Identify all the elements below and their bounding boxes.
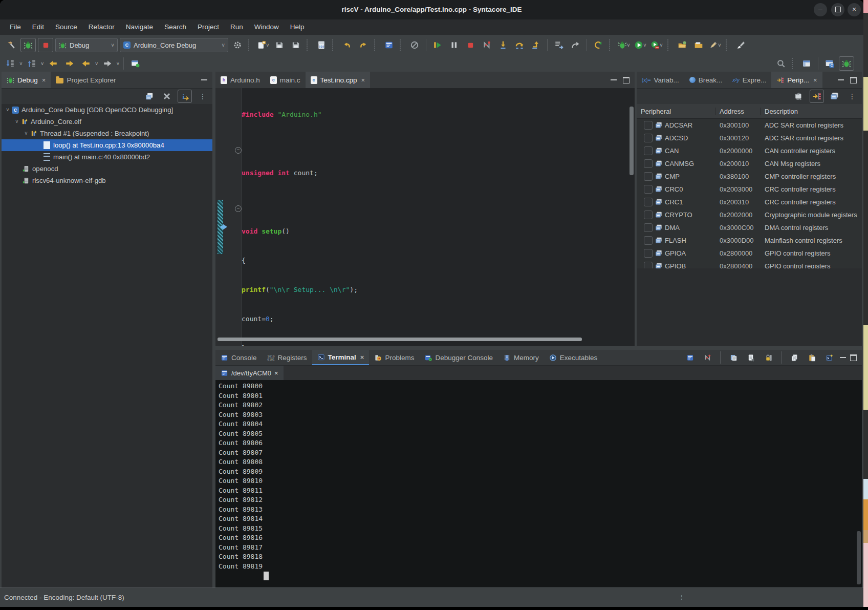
fold-collapse-icon[interactable]: –: [235, 147, 242, 154]
menu-help[interactable]: Help: [285, 19, 310, 35]
menu-run[interactable]: Run: [225, 19, 249, 35]
peripheral-checkbox[interactable]: [644, 172, 653, 181]
open-console-icon[interactable]: [683, 351, 697, 364]
menu-edit[interactable]: Edit: [27, 19, 50, 35]
table-row[interactable]: GPIOA 0x2800000 GPIO control registers: [637, 247, 862, 260]
menu-navigate[interactable]: Navigate: [120, 19, 159, 35]
mark-occurrences-pen-icon[interactable]: ˅: [708, 38, 722, 52]
minimize-button[interactable]: –: [814, 3, 827, 16]
new-wizard-icon[interactable]: ˅: [256, 38, 270, 52]
open-console-icon[interactable]: [382, 38, 396, 52]
build-hammer-icon[interactable]: [4, 38, 18, 52]
back-annotation-icon[interactable]: [46, 57, 60, 70]
collapse-all-icon[interactable]: [828, 90, 841, 102]
clear-terminal-icon[interactable]: [744, 351, 757, 364]
instruction-stepping-icon[interactable]: [552, 38, 566, 52]
step-over-icon[interactable]: [512, 38, 527, 52]
debug-dropdown-icon[interactable]: ˅: [617, 38, 631, 52]
search-icon[interactable]: [774, 57, 788, 70]
peripheral-checkbox[interactable]: [644, 223, 653, 232]
menu-project[interactable]: Project: [192, 19, 225, 35]
table-row[interactable]: GPIOB 0x2800400 GPIO control registers: [637, 260, 862, 268]
step-return-icon[interactable]: [529, 38, 543, 52]
peripheral-checkbox[interactable]: [644, 159, 653, 168]
table-row[interactable]: CRYPTO 0x2002000 Cryptographic module re…: [637, 208, 862, 221]
minimize-view-icon[interactable]: [611, 79, 617, 80]
chevron-expanded-icon[interactable]: ˅: [23, 131, 29, 136]
redo-icon[interactable]: [356, 38, 371, 52]
titlebar[interactable]: riscV - Arduino_Core/app/Test.ino.cpp - …: [0, 0, 863, 19]
statusbar-drag-handle[interactable]: ⁞: [681, 594, 682, 601]
suspend-icon[interactable]: [447, 38, 461, 52]
tree-row-thread[interactable]: ˅ Thread #1 (Suspended : Breakpoint): [2, 128, 212, 139]
menu-file[interactable]: File: [4, 19, 27, 35]
close-button[interactable]: ×: [848, 3, 861, 16]
save-icon[interactable]: [272, 38, 287, 52]
undo-icon[interactable]: [340, 38, 354, 52]
view-windows-icon[interactable]: [143, 90, 156, 102]
link-with-editor-icon[interactable]: [810, 90, 824, 103]
resume-icon[interactable]: [430, 38, 445, 52]
run-dropdown-icon[interactable]: ˅: [633, 38, 647, 52]
editor-content[interactable]: – – #include "Arduino.h" unsigned int co…: [215, 88, 635, 346]
menu-search[interactable]: Search: [159, 19, 192, 35]
tab-variables[interactable]: (x)= Variab...: [637, 72, 684, 88]
tree-row-elf[interactable]: ˅ Arduino_Core.elf: [2, 116, 212, 128]
view-menu-icon[interactable]: ⋮: [845, 90, 859, 102]
profile-dropdown-icon[interactable]: ˅: [649, 38, 664, 52]
copy-icon[interactable]: [788, 351, 801, 364]
table-row[interactable]: CANMSG 0x200010 CAN Msg registers: [637, 157, 862, 170]
tab-expressions[interactable]: x²y Expre...: [727, 72, 771, 88]
column-header-peripheral[interactable]: Peripheral: [637, 108, 715, 115]
subtab-ttyacm0[interactable]: /dev/ttyACM0 ×: [215, 366, 284, 380]
peripheral-checkbox[interactable]: [644, 236, 653, 245]
terminal-output[interactable]: Count 89800Count 89801Count 89802Count 8…: [215, 380, 862, 587]
skip-all-breakpoints-icon[interactable]: [407, 38, 422, 52]
save-all-icon[interactable]: [289, 38, 303, 52]
cpp-perspective-icon[interactable]: [822, 57, 837, 70]
new-terminal-icon[interactable]: [822, 351, 836, 364]
launch-settings-gear-icon[interactable]: [230, 38, 245, 52]
table-row[interactable]: DMA 0x3000C00 DMA control registers: [637, 221, 862, 234]
tree-row-openocd[interactable]: openocd: [2, 163, 212, 175]
view-menu-icon[interactable]: ⋮: [196, 90, 209, 102]
tab-debugger-console[interactable]: Debugger Console: [419, 350, 498, 365]
binary-file-icon[interactable]: [314, 38, 329, 52]
restart-icon[interactable]: [591, 38, 605, 52]
select-all-icon[interactable]: [727, 351, 740, 364]
fold-collapse-icon[interactable]: –: [235, 205, 242, 212]
chevron-expanded-icon[interactable]: ˅: [5, 107, 11, 113]
next-edit-location-icon[interactable]: [25, 57, 39, 70]
tab-peripherals[interactable]: Perip... ×: [771, 72, 822, 88]
table-row[interactable]: CAN 0x2000000 CAN controller registers: [637, 144, 862, 157]
code-area[interactable]: #include "Arduino.h" unsigned int count;…: [242, 90, 628, 346]
new-window-icon[interactable]: [128, 57, 142, 70]
minimize-view-icon[interactable]: [838, 79, 844, 80]
table-row[interactable]: ADCSD 0x300120 ADC SAR control registers: [637, 132, 862, 144]
close-icon[interactable]: ×: [274, 369, 278, 377]
open-resource-folder-icon[interactable]: [691, 38, 706, 52]
show-full-paths-icon[interactable]: [178, 90, 192, 103]
open-perspective-icon[interactable]: [799, 57, 814, 70]
peripheral-checkbox[interactable]: [644, 211, 653, 219]
editor-gutter[interactable]: – –: [215, 88, 242, 346]
tree-row-frame-loop[interactable]: loop() at Test.ino.cpp:13 0x80000ba4: [2, 139, 212, 151]
tab-test-ino-cpp[interactable]: c Test.ino.cpp ×: [306, 72, 371, 88]
tab-memory[interactable]: Memory: [498, 350, 544, 365]
format-brush-icon[interactable]: [733, 38, 748, 52]
scroll-lock-icon[interactable]: [762, 351, 775, 364]
table-row[interactable]: FLASH 0x3000D00 Mainflash control regist…: [637, 234, 862, 247]
terminate-red-icon[interactable]: [38, 38, 53, 52]
minimize-view-icon[interactable]: [201, 79, 207, 80]
table-row[interactable]: CRC1 0x200310 CRC controller registers: [637, 196, 862, 208]
chevron-expanded-icon[interactable]: ˅: [14, 119, 20, 124]
peripheral-checkbox[interactable]: [644, 134, 653, 142]
disconnect-terminal-icon[interactable]: [701, 351, 714, 364]
peripheral-checkbox[interactable]: [644, 198, 653, 206]
tab-console[interactable]: Console: [215, 350, 262, 365]
terminal-scrollbar[interactable]: [857, 531, 861, 584]
debug-perspective-icon[interactable]: [839, 56, 854, 71]
column-header-description[interactable]: Description: [761, 108, 862, 115]
peripheral-checkbox[interactable]: [644, 146, 653, 155]
launch-config-combo[interactable]: C Arduino_Core Debug ˅: [120, 38, 228, 52]
